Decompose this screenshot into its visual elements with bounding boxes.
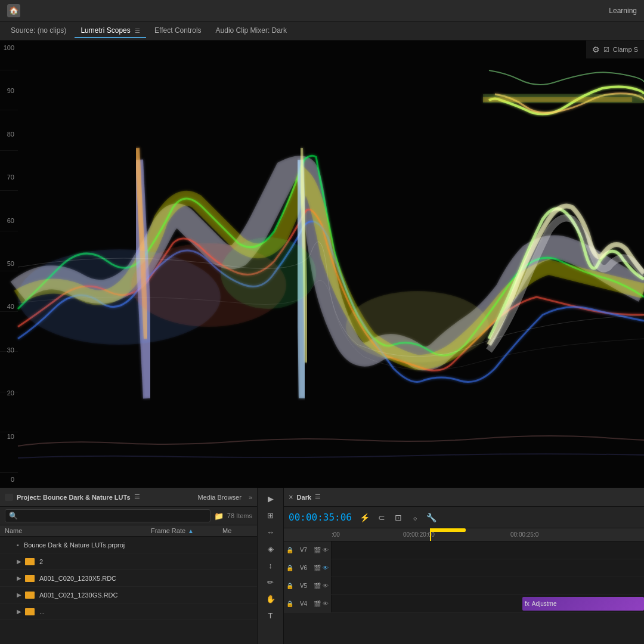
ruler-mark-00: :00 — [332, 531, 340, 538]
settings-wrench-icon[interactable]: 🔧 — [425, 510, 439, 525]
track-label-v5: V5 — [295, 583, 312, 589]
panel-title-group: Project: Bounce Dark & Nature LUTs ☰ — [5, 493, 140, 501]
timecode-display[interactable]: 00:00:35:06 — [289, 512, 352, 523]
bottom-section: Project: Bounce Dark & Nature LUTs ☰ Med… — [0, 488, 644, 644]
track-row-v5: 🔒 V5 🎬 👁 — [284, 577, 644, 595]
media-browser-button[interactable]: Media Browser — [194, 493, 245, 502]
list-item[interactable]: ▶ A001_C020_1230X5.RDC — [0, 570, 257, 587]
search-box[interactable]: 🔍 — [5, 509, 210, 522]
expand-arrow-icon[interactable]: ▶ — [17, 592, 21, 598]
timeline-ruler: :00 00:00:20:00 00:00:25:0 — [284, 528, 644, 541]
storyboard-button[interactable]: ⊞ — [264, 508, 278, 522]
track-content-v5 — [332, 577, 644, 595]
track-label-v4: V4 — [295, 600, 312, 607]
project-file-row[interactable]: ▪ Bounce Dark & Nature LUTs.prproj — [0, 537, 257, 553]
file-list: ▪ Bounce Dark & Nature LUTs.prproj ▶ 2 ▶… — [0, 537, 257, 644]
track-eye-icon-v6[interactable]: 👁 — [323, 565, 329, 571]
track-lock-icon-v5[interactable]: 🔒 — [286, 583, 293, 589]
timeline-tools-strip: ▶ ⊞ ↔ ◈ ↕ ✏ ✋ T — [258, 488, 284, 644]
folder-icon — [25, 608, 35, 615]
play-button[interactable]: ▶ — [264, 491, 278, 506]
track-lock-icon-v4[interactable]: 🔒 — [286, 600, 293, 607]
track-clip-v4[interactable]: fx Adjustme — [522, 597, 644, 611]
track-controls-v7: 🔒 V7 🎬 👁 — [284, 541, 332, 559]
track-content-v4: fx Adjustme — [332, 595, 644, 612]
tab-source[interactable]: Source: (no clips) — [5, 24, 72, 38]
track-eye-icon-v7[interactable]: 👁 — [323, 547, 329, 553]
tab-effect-controls[interactable]: Effect Controls — [148, 24, 207, 38]
fx-badge: fx — [525, 600, 530, 607]
track-film-icon-v5[interactable]: 🎬 — [314, 583, 321, 589]
col-media-header: Me — [222, 527, 252, 534]
folder-icon — [25, 558, 35, 565]
col-framerate-header[interactable]: Frame Rate ▲ — [151, 527, 222, 534]
track-lock-icon-v6[interactable]: 🔒 — [286, 565, 293, 571]
hand-button[interactable]: ✋ — [264, 592, 278, 606]
track-row-v4: 🔒 V4 🎬 👁 fx Adjustme — [284, 595, 644, 613]
slip-button[interactable]: ↕ — [264, 558, 278, 572]
track-eye-icon-v5[interactable]: 👁 — [323, 583, 329, 589]
file-name: 2 — [39, 558, 146, 565]
track-film-icon-v7[interactable]: 🎬 — [314, 547, 321, 553]
scope-settings-icon[interactable]: ⚙ — [592, 45, 600, 54]
expand-arrows-icon[interactable]: » — [249, 494, 252, 501]
top-bar-left: 🏠 — [7, 4, 20, 17]
marker-icon[interactable]: ⬦ — [408, 510, 422, 525]
scope-clamp-checkbox[interactable]: ☑ — [603, 46, 609, 54]
file-name: A001_C021_1230GS.RDC — [39, 592, 146, 599]
panel-menu-icon[interactable]: ☰ — [134, 493, 140, 501]
ripple-button[interactable]: ↔ — [264, 525, 278, 539]
tab-lumetri[interactable]: Lumetri Scopes ☰ — [75, 24, 146, 38]
svg-point-4 — [346, 291, 489, 363]
new-folder-icon[interactable]: 📁 — [214, 512, 224, 521]
search-icon: 🔍 — [9, 512, 18, 520]
project-title: Project: Bounce Dark & Nature LUTs — [17, 494, 131, 501]
project-file-name: Bounce Dark & Nature LUTs.prproj — [24, 541, 252, 549]
learning-label: Learning — [609, 7, 637, 15]
track-row-v6: 🔒 V6 🎬 👁 — [284, 559, 644, 577]
track-row-v7: 🔒 V7 🎬 👁 — [284, 541, 644, 559]
snap-icon[interactable]: ⊂ — [374, 510, 389, 525]
home-button[interactable]: 🏠 — [7, 4, 20, 17]
linked-select-icon[interactable]: ⊡ — [391, 510, 405, 525]
left-panel-header: Project: Bounce Dark & Nature LUTs ☰ Med… — [0, 488, 257, 507]
timeline-close-button[interactable]: × — [289, 493, 293, 501]
track-lock-icon-v7[interactable]: 🔒 — [286, 547, 293, 553]
left-panel: Project: Bounce Dark & Nature LUTs ☰ Med… — [0, 488, 258, 644]
track-film-icon-v4[interactable]: 🎬 — [314, 600, 321, 607]
track-controls-v6: 🔒 V6 🎬 👁 — [284, 559, 332, 577]
tab-menu-icon[interactable]: ☰ — [135, 27, 140, 34]
list-item[interactable]: ▶ A001_C021_1230GS.RDC — [0, 587, 257, 603]
search-input[interactable] — [20, 512, 206, 519]
ripple-edit-icon[interactable]: ⚡ — [358, 510, 372, 525]
track-label-v7: V7 — [295, 547, 312, 553]
timeline-tools-row: 00:00:35:06 ⚡ ⊂ ⊡ ⬦ 🔧 — [284, 507, 644, 528]
tab-audio-clip-mixer[interactable]: Audio Clip Mixer: Dark — [210, 24, 293, 38]
scope-clamp-bar: ⚙ ☑ Clamp S — [586, 41, 644, 58]
expand-arrow-icon[interactable]: ▶ — [17, 558, 21, 565]
project-file-icon: ▪ — [17, 541, 19, 549]
right-panel: × Dark ☰ 00:00:35:06 ⚡ ⊂ ⊡ ⬦ 🔧 :00 00:00… — [284, 488, 644, 644]
text-button[interactable]: T — [264, 608, 278, 623]
expand-arrow-icon[interactable]: ▶ — [17, 575, 21, 581]
track-content-v7 — [332, 541, 644, 559]
pen-button[interactable]: ✏ — [264, 575, 278, 589]
folder-icon — [25, 592, 35, 599]
track-eye-icon-v4[interactable]: 👁 — [323, 600, 329, 607]
col-name-header: Name — [5, 527, 151, 534]
razor-button[interactable]: ◈ — [264, 541, 278, 556]
sort-arrow-icon: ▲ — [188, 528, 194, 534]
expand-arrow-icon[interactable]: ▶ — [17, 608, 21, 615]
items-count: 78 Items — [227, 512, 252, 519]
panel-folder-icon — [5, 494, 13, 501]
list-item[interactable]: ▶ ... — [0, 603, 257, 620]
file-name: ... — [39, 608, 252, 615]
track-film-icon-v6[interactable]: 🎬 — [314, 565, 321, 571]
track-content-v6 — [332, 559, 644, 577]
svg-rect-6 — [483, 97, 632, 102]
timeline-menu-icon[interactable]: ☰ — [315, 493, 321, 501]
list-item[interactable]: ▶ 2 — [0, 553, 257, 570]
timeline-name: Dark — [297, 494, 311, 501]
scope-area: 100 90 80 70 60 50 40 30 20 10 0 ⚙ ☑ Cla… — [0, 41, 644, 488]
track-label-v6: V6 — [295, 565, 312, 571]
